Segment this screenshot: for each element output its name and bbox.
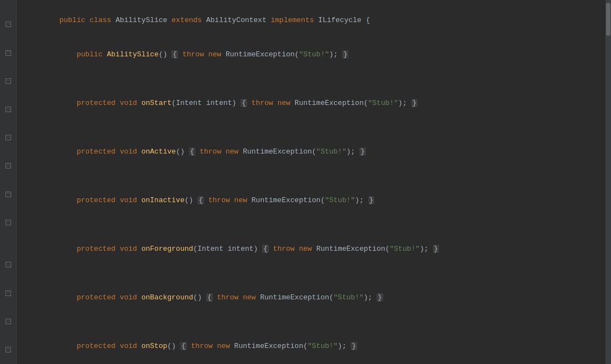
gutter-item [0,300,17,314]
gutter-item [0,201,17,215]
gutter-item [0,244,17,258]
fold-icon[interactable]: − [6,163,11,168]
gutter-item: − [0,159,17,173]
code-line: protected void onStop() { throw new Runt… [17,329,605,363]
gutter-item [0,272,17,286]
fold-icon[interactable]: − [6,78,11,84]
gutter-item [0,145,17,159]
fold-icon[interactable]: − [6,22,11,27]
code-line [17,218,605,233]
gutter-item: − [0,342,17,357]
code-line [17,170,605,184]
code-line: public class AbilitySlice extends Abilit… [17,3,605,38]
gutter-item [0,329,17,343]
code-editor: − − − − − − − − − [0,0,611,364]
gutter-item [0,117,17,131]
gutter-item: − [0,74,17,88]
code-line: protected void onBackground() { throw ne… [17,281,605,315]
gutter-item: − [0,258,17,272]
scrollbar[interactable] [605,0,611,364]
fold-icon[interactable]: − [6,347,11,352]
gutter-item [0,88,17,103]
code-line: public AbilitySlice() { throw new Runtim… [17,38,605,72]
gutter-item: − [0,130,17,145]
code-line: protected void onForeground(Intent inten… [17,232,605,266]
fold-icon[interactable]: − [6,135,11,140]
gutter-item: − [0,286,17,300]
code-line [17,315,605,330]
code-area[interactable]: public class AbilitySlice extends Abilit… [17,0,605,364]
gutter-item: − [0,215,17,230]
code-line [17,72,605,87]
fold-icon[interactable]: − [6,262,11,267]
fold-icon[interactable]: − [6,291,11,296]
code-line: protected void onInactive() { throw new … [17,183,605,218]
fold-icon[interactable]: − [6,107,11,112]
code-line [17,121,605,135]
gutter-item: − [0,18,17,32]
gutter-item [0,3,17,18]
fold-icon[interactable]: − [6,50,11,56]
gutter-item: − [0,46,17,60]
gutter-item [0,230,17,244]
gutter-item: − [0,314,17,329]
gutter-item: − [0,187,17,202]
fold-icon[interactable]: − [6,192,11,197]
code-line: protected void onActive() { throw new Ru… [17,135,605,169]
gutter-item: − [0,102,17,117]
gutter-item [0,60,17,74]
code-line [17,267,605,281]
gutter-item [0,31,17,46]
fold-icon[interactable]: − [6,220,11,225]
code-line: protected void onStart(Intent intent) { … [17,86,605,120]
fold-icon[interactable]: − [6,319,11,324]
gutter-item [0,173,17,187]
gutter: − − − − − − − − − [0,0,17,364]
